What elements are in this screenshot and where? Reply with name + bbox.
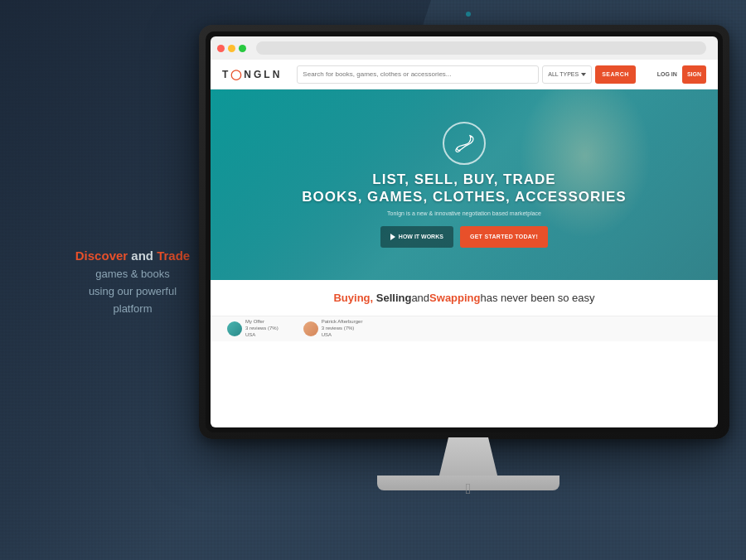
screen: T◯NGLN ALL TYPES SEARCH LOG IN [211,36,718,427]
traffic-light-red[interactable] [217,45,225,52]
bird-icon [451,130,477,157]
user-card: My Offer 3 reviews (7%) USA [227,319,279,338]
and-connector: and [411,292,429,304]
dropdown-label: ALL TYPES [548,71,579,77]
buying-text: Buying, [333,292,373,304]
left-line2: using our powerful [50,283,216,301]
imac-bezel: T◯NGLN ALL TYPES SEARCH LOG IN [199,25,729,439]
hero-buttons: HOW IT WORKS GET STARTED TODAY! [380,226,548,248]
hero-title-line2: BOOKS, GAMES, CLOTHES, ACCESSORIES [302,189,626,205]
left-line3: platform [50,301,216,318]
signup-button[interactable]: SIGN [682,65,706,84]
search-area: ALL TYPES SEARCH [297,65,635,84]
search-button[interactable]: SEARCH [595,65,636,84]
hero-content: LIST, SELL, BUY, TRADE BOOKS, GAMES, CLO… [211,89,718,280]
hero-title: LIST, SELL, BUY, TRADE BOOKS, GAMES, CLO… [302,171,626,205]
left-headline: Discover and Trade [50,249,216,263]
left-panel: Discover and Trade games & books using o… [50,249,216,317]
search-input[interactable] [297,65,539,84]
user-location: USA [245,332,279,339]
browser-chrome [211,36,718,60]
user-name: Patrick Afterburger [322,319,363,326]
user-reviews: 3 reviews (7%) [322,326,363,332]
user-card: Patrick Afterburger 3 reviews (7%) USA [303,319,363,338]
hero-subtitle: TonIgn is a new & innovative negotiation… [387,210,541,216]
left-subtext: games & books using our powerful platfor… [50,266,216,317]
imac-neck [419,437,518,479]
imac-device: T◯NGLN ALL TYPES SEARCH LOG IN [199,25,738,547]
trade-text: Trade [157,249,190,263]
user-reviews: 3 reviews (7%) [245,326,279,332]
avatar [303,321,318,336]
imac-inner-bezel: T◯NGLN ALL TYPES SEARCH LOG IN [206,31,723,432]
user-strip: My Offer 3 reviews (7%) USA Patrick Afte… [211,316,718,341]
brand-logo-circle [443,122,486,165]
traffic-lights [217,45,246,52]
camera-dot [466,12,471,17]
user-name: My Offer [245,319,279,326]
site-logo: T◯NGLN [222,69,282,80]
login-button[interactable]: LOG IN [657,71,677,77]
swapping-text: Swapping [429,292,480,304]
logo-o: ◯ [230,69,244,80]
avatar [227,321,242,336]
traffic-light-yellow[interactable] [228,45,235,52]
type-dropdown[interactable]: ALL TYPES [542,65,592,84]
left-line1: games & books [50,266,216,283]
end-text: has never been so easy [480,292,594,304]
address-bar[interactable] [256,41,706,55]
selling-text: Selling [376,292,412,304]
navbar: T◯NGLN ALL TYPES SEARCH LOG IN [211,60,718,89]
website-content: T◯NGLN ALL TYPES SEARCH LOG IN [211,60,718,427]
play-icon [390,234,395,240]
user-info: My Offer 3 reviews (7%) USA [245,319,279,338]
svg-point-0 [470,136,472,138]
apple-logo:  [466,480,472,498]
hero-section: LIST, SELL, BUY, TRADE BOOKS, GAMES, CLO… [211,89,718,280]
get-started-button[interactable]: GET STARTED TODAY! [460,226,548,248]
user-info: Patrick Afterburger 3 reviews (7%) USA [322,319,363,338]
user-location: USA [322,332,363,339]
discover-text: Discover [75,249,128,263]
how-it-works-button[interactable]: HOW IT WORKS [380,226,453,248]
traffic-light-green[interactable] [239,45,246,52]
nav-right: LOG IN SIGN [657,65,706,84]
and-text: and [131,249,157,263]
chevron-down-icon [581,73,586,76]
selling-section: Buying, Selling and Swapping has never b… [211,280,718,316]
how-it-works-label: HOW IT WORKS [399,234,443,239]
hero-title-line1: LIST, SELL, BUY, TRADE [302,171,626,188]
